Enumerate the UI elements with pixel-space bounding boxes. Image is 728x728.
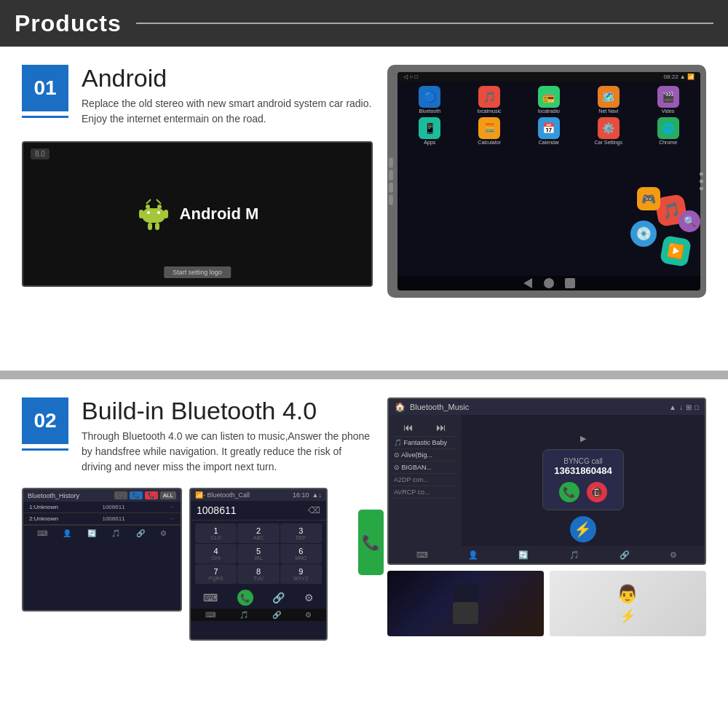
svg-line-10 bbox=[157, 199, 161, 204]
app-netnavi[interactable]: 🗺️ Net Navi bbox=[580, 86, 636, 114]
header-divider bbox=[136, 23, 713, 24]
bt-answer-button[interactable]: 📞 bbox=[559, 482, 579, 502]
android-nav-bar bbox=[397, 276, 700, 290]
apps-grid: 🔵 Bluetooth 🎵 localmusic 📻 localradio bbox=[397, 82, 700, 149]
section-android: 01 Android Replace the old stereo with n… bbox=[0, 47, 728, 371]
android-version-badge: 8.0 bbox=[31, 149, 50, 159]
badge2-underline bbox=[22, 448, 68, 451]
android-boot-screen: 8.0 bbox=[22, 141, 373, 287]
svg-point-8 bbox=[157, 211, 160, 214]
android-start-button[interactable]: Start setting logo bbox=[164, 266, 231, 278]
app-apps[interactable]: 📱 Apps bbox=[402, 117, 458, 145]
android-logo-group: Android M bbox=[136, 197, 259, 232]
app-calendar[interactable]: 📅 Calendar bbox=[521, 117, 577, 145]
svg-rect-6 bbox=[155, 223, 159, 230]
radio-left-buttons bbox=[389, 158, 393, 205]
section1-badge: 01 bbox=[22, 65, 68, 111]
bt-nav-bar: ⌨ 👤 🔄 🎵 🔗 ⚙ bbox=[389, 546, 705, 563]
svg-rect-3 bbox=[139, 210, 143, 218]
app-video[interactable]: 🎬 Video bbox=[640, 86, 696, 114]
app-calculator[interactable]: 🧮 Calculator bbox=[462, 117, 518, 145]
bt-icon: ⚡ bbox=[570, 516, 596, 542]
svg-line-9 bbox=[146, 199, 151, 204]
android-robot-icon bbox=[136, 197, 171, 232]
driving-photo bbox=[387, 571, 544, 636]
bt-music-screen: 🏠 Bluetooth_Music ▲↓⊞□ ⏮ ⏭ 🎵 Fantastic B… bbox=[387, 397, 706, 565]
android-status-bar: ◁ ○ □ 08:22 ▲ 📶 bbox=[397, 72, 700, 82]
svg-rect-5 bbox=[148, 223, 152, 230]
section2-badge: 02 bbox=[22, 397, 68, 444]
android-m-text: Android M bbox=[180, 205, 259, 223]
person-bt-photo: 👨 ⚡ bbox=[550, 571, 706, 636]
svg-rect-4 bbox=[164, 210, 168, 218]
bt-screens-group: Bluetooth_History 📞 📞 📞 ALL 1:Unknown 10… bbox=[22, 488, 373, 641]
app-chrome[interactable]: 🌐 Chrome bbox=[640, 117, 696, 145]
car-radio-mockup: ◁ ○ □ 08:22 ▲ 📶 🔵 Bluetooth 🎵 localmusic bbox=[387, 65, 706, 298]
app-localmusic[interactable]: 🎵 localmusic bbox=[462, 86, 518, 114]
floating-icons-area: 🎵 💿 🎮 ▶️ 🔍 bbox=[606, 174, 700, 269]
badge-underline bbox=[22, 116, 68, 118]
bt-dialpad-screen: 📶- Bluetooth_Call 16:10 ▲↓ 1008611 ⌫ 1CL… bbox=[189, 488, 328, 641]
page-title: Products bbox=[15, 10, 122, 37]
radio-right-dots bbox=[700, 173, 703, 191]
bt-call-popup: BYNCG call 13631860484 📞 📵 bbox=[542, 449, 624, 510]
page-header: Products bbox=[0, 0, 728, 47]
svg-rect-2 bbox=[142, 208, 165, 223]
section-bluetooth: 02 Build-in Bluetooth 4.0 Through Blueto… bbox=[0, 379, 728, 728]
bt-history-screen: Bluetooth_History 📞 📞 📞 ALL 1:Unknown 10… bbox=[22, 488, 182, 612]
svg-point-7 bbox=[147, 211, 150, 214]
section1-title: Android bbox=[82, 65, 373, 92]
app-carsettings[interactable]: ⚙️ Car Settings bbox=[580, 117, 636, 145]
photo-thumbnails: 👨 ⚡ bbox=[387, 571, 706, 636]
bt-reject-button[interactable]: 📵 bbox=[587, 482, 607, 502]
section1-description: Replace the old stereo with new smart an… bbox=[82, 96, 373, 127]
app-bluetooth[interactable]: 🔵 Bluetooth bbox=[402, 86, 458, 114]
app-localradio[interactable]: 📻 localradio bbox=[521, 86, 577, 114]
section2-title: Build-in Bluetooth 4.0 bbox=[82, 397, 373, 424]
section-divider-1 bbox=[0, 371, 728, 379]
section2-description: Through Bluetooth 4.0 we can listen to m… bbox=[82, 429, 373, 475]
